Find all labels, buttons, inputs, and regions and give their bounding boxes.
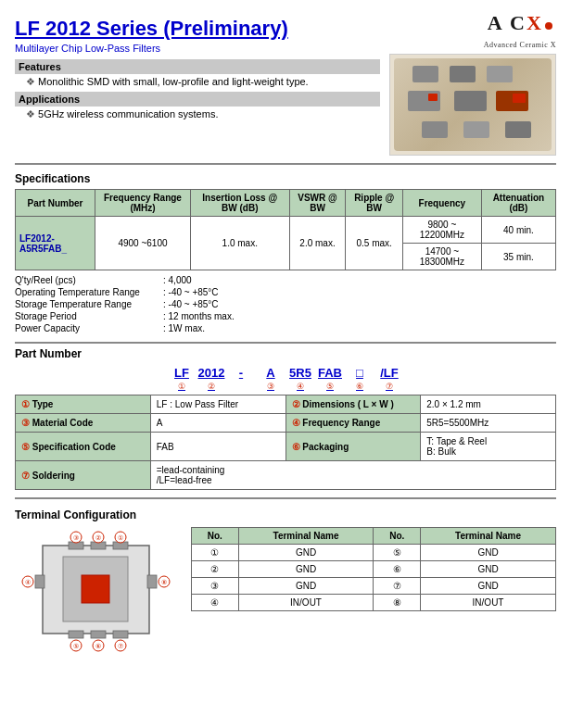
pn-val-dim: 2.0 × 1.2 mm	[421, 395, 556, 414]
specifications-header: Specifications	[15, 172, 556, 185]
svg-rect-7	[91, 631, 106, 638]
pn-row-2: ③ Material Code A ④ Frequency Range 5R5=…	[16, 414, 556, 433]
pn-val-mat: A	[150, 414, 286, 433]
logo: A C X Advanced Ceramic X	[484, 11, 556, 49]
term-name1-1: GND	[238, 545, 374, 561]
th-no1: No.	[192, 528, 239, 545]
subtitle: Multilayer Chip Low-Pass Filters	[15, 43, 288, 54]
pn-box-text: □	[356, 366, 363, 380]
application-item-1: ❖ 5GHz wireless communication systems.	[26, 108, 380, 120]
svg-text:②: ②	[95, 534, 101, 541]
applications-header: Applications	[15, 92, 380, 107]
pn-dash: - x	[227, 366, 255, 389]
pn-type-text: Type	[32, 399, 54, 409]
frequency-cell-2: 14700 ~ 18300MHz	[402, 244, 481, 270]
svg-text:⑦: ⑦	[118, 643, 123, 649]
th-name2: Terminal Name	[421, 528, 556, 545]
pn-num-spec: ⑤	[21, 442, 30, 452]
stor-temp-value: : -40 ~ +85°C	[163, 298, 556, 310]
pn-num-freq: ④	[292, 418, 300, 428]
th-part-number: Part Number	[16, 190, 95, 217]
th-attenuation: Attenuation (dB)	[481, 190, 555, 217]
attenuation-cell-2: 35 min.	[481, 244, 555, 270]
th-no2: No.	[374, 528, 421, 545]
stor-period-label: Storage Period	[15, 310, 163, 322]
header: LF 2012 Series (Preliminary) Multilayer …	[15, 11, 556, 54]
pn-fab: FAB ⑤	[316, 366, 344, 391]
terminal-table-wrap: No. Terminal Name No. Terminal Name ① GN…	[191, 527, 556, 611]
pn-val-type: LF : Low Pass Filter	[150, 395, 286, 414]
features-applications: Features ❖ Monolithic SMD with small, lo…	[15, 54, 556, 156]
part-number-value: LF2012-A5R5FAB_	[19, 233, 67, 254]
th-frequency: Frequency	[402, 190, 481, 217]
pn-fab-num: ⑤	[326, 382, 334, 391]
info-grid: Q'ty/Reel (pcs) : 4,000 Operating Temper…	[15, 274, 556, 334]
term-name2-3: GND	[421, 578, 556, 595]
pn-label-spec: ⑤ Specification Code	[16, 433, 151, 461]
th-insertion-loss: Insertion Loss @ BW (dB)	[190, 190, 289, 217]
pn-num-pkg: ⑥	[292, 442, 300, 452]
terminal-svg: ③ ② ① ④ ⑧ ⑤ ⑥ ⑦	[15, 527, 177, 657]
part-number-cell: LF2012-A5R5FAB_	[16, 217, 95, 270]
pn-pkg-text: Packaging	[302, 442, 349, 452]
term-row-2: ② GND ⑥ GND	[192, 561, 556, 578]
attenuation-cell-1: 40 min.	[481, 217, 555, 244]
pn-dim-text: Dimensions ( L × W )	[302, 399, 393, 409]
logo-subtitle: Advanced Ceramic X	[484, 41, 556, 49]
pn-5r5-text: 5R5	[289, 366, 311, 380]
term-name2-2: GND	[421, 561, 556, 578]
term-row-3: ③ GND ⑦ GND	[192, 578, 556, 595]
pn-val-spec: FAB	[150, 433, 286, 461]
power-value: : 1W max.	[163, 322, 556, 334]
term-no1-3: ③	[192, 578, 239, 595]
pn-dash-text: -	[239, 366, 243, 380]
pn-label-mat: ③ Material Code	[16, 414, 151, 433]
pn-a-text: A	[266, 366, 274, 380]
pn-5r5: 5R5 ④	[286, 366, 314, 391]
pn-lf: LF ①	[168, 366, 196, 391]
terminal-section: Terminal Configuration	[15, 508, 556, 659]
pn-lf2: /LF ⑦	[375, 366, 403, 391]
terminal-diagram: ③ ② ① ④ ⑧ ⑤ ⑥ ⑦	[15, 527, 182, 659]
pn-label-freq: ④ Frequency Range	[286, 414, 421, 433]
svg-rect-8	[113, 631, 128, 638]
specifications-table: Part Number Frequency Range (MHz) Insert…	[15, 189, 556, 270]
th-ripple: Ripple @ BW	[346, 190, 402, 217]
part-number-heading: Part Number	[15, 347, 556, 360]
svg-text:⑤: ⑤	[73, 643, 79, 649]
ripple-cell: 0.5 max.	[346, 217, 402, 270]
svg-rect-2	[82, 575, 109, 603]
term-no2-1: ⑤	[374, 545, 421, 561]
divider-2	[15, 342, 556, 344]
term-name2-4: IN/OUT	[421, 595, 556, 611]
qty-value: : 4,000	[163, 274, 556, 286]
term-row-4: ④ IN/OUT ⑧ IN/OUT	[192, 595, 556, 611]
pn-lf2-num: ⑦	[386, 382, 393, 391]
svg-text:⑧: ⑧	[161, 579, 167, 585]
pn-label-pkg: ⑥ Packaging	[286, 433, 421, 461]
pn-row-3: ⑤ Specification Code FAB ⑥ Packaging T: …	[16, 433, 556, 461]
frequency-cell-1: 9800 ~ 12200MHz	[402, 217, 481, 244]
pn-solder-text: Soldering	[32, 471, 75, 481]
term-name1-2: GND	[238, 561, 374, 578]
divider-1	[15, 163, 556, 165]
chip-visual	[394, 58, 552, 151]
pn-5r5-num: ④	[297, 382, 304, 391]
term-row-1: ① GND ⑤ GND	[192, 545, 556, 561]
pn-lf-num: ①	[178, 382, 185, 391]
pn-freq-text: Frequency Range	[302, 418, 380, 428]
feature-item-1: ❖ Monolithic SMD with small, low-profile…	[26, 76, 380, 88]
pn-mat-text: Material Code	[32, 418, 94, 428]
svg-rect-6	[69, 631, 83, 638]
svg-rect-10	[147, 575, 157, 588]
pn-spec-text: Specification Code	[32, 442, 116, 452]
pn-num-type: ①	[21, 399, 30, 409]
op-temp-value: : -40 ~ +85°C	[163, 286, 556, 298]
terminal-heading: Terminal Configuration	[15, 508, 556, 521]
svg-rect-9	[35, 575, 44, 588]
pn-fab-text: FAB	[318, 366, 342, 380]
pn-lf2-text: /LF	[380, 366, 399, 380]
th-freq-range: Frequency Range (MHz)	[95, 190, 191, 217]
pn-val-solder: =lead-containing /LF=lead-free	[150, 461, 555, 490]
pn-lf-text: LF	[174, 366, 189, 380]
